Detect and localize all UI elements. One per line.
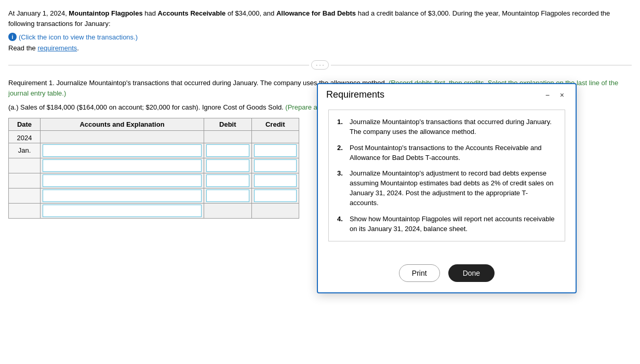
account-cell-2 [40, 158, 204, 173]
table-row-1: Jan. [9, 143, 299, 158]
account-input-3[interactable] [43, 174, 202, 187]
account-input-4[interactable] [43, 190, 202, 202]
divider-line-left [8, 65, 309, 65]
intro-bold1: Mountaintop Flagpoles [69, 9, 142, 17]
journal-table-section: Date Accounts and Explanation Debit Cred… [8, 118, 299, 219]
divider-dots: · · · [311, 60, 328, 70]
modal-titlebar: Requirements − × [318, 84, 576, 105]
credit-cell-3 [251, 173, 299, 188]
divider-line-right [331, 65, 632, 65]
table-row-year: 2024 [9, 130, 299, 143]
debit-cell-1 [204, 143, 251, 158]
req1-sub-label: (a.) Sales of $184,000 ($164,000 on acco… [8, 103, 284, 111]
table-row-5 [9, 203, 299, 218]
read-line: Read the requirements. [8, 44, 632, 52]
info-text[interactable]: (Click the icon to view the transactions… [19, 33, 138, 41]
credit-input-1[interactable] [254, 144, 297, 157]
req1-label: Requirement 1. [8, 79, 55, 87]
credit-input-2[interactable] [254, 159, 297, 172]
read-text: Read the [8, 44, 36, 52]
intro-text2: had [143, 9, 158, 17]
account-cell-1 [40, 143, 204, 158]
col-header-date: Date [9, 118, 41, 130]
requirements-modal: Requirements − × 1. Journalize Mountaint… [317, 83, 577, 293]
table-row-4 [9, 188, 299, 203]
req-text-2: Post Mountaintop's transactions to the A… [350, 143, 556, 163]
debit-cell-2 [204, 158, 251, 173]
date-cell-4 [9, 188, 41, 203]
req-num-4: 4. [337, 214, 345, 234]
debit-cell-5 [204, 203, 251, 218]
debit-cell-3 [204, 173, 251, 188]
intro-bold3: Allowance for Bad Debts [276, 9, 356, 17]
modal-close-button[interactable]: × [557, 90, 567, 100]
col-header-debit: Debit [204, 118, 251, 130]
year-cell: 2024 [9, 130, 41, 143]
account-cell-year [40, 130, 204, 143]
credit-input-4[interactable] [254, 190, 297, 202]
table-row-2 [9, 158, 299, 173]
intro-bold2: Accounts Receivable [158, 9, 226, 17]
req-num-3: 3. [337, 169, 345, 208]
modal-title: Requirements [326, 89, 384, 100]
req-text-3: Journalize Mountaintop's adjustment to r… [350, 169, 556, 208]
divider: · · · [8, 60, 632, 70]
req-item-3: 3. Journalize Mountaintop's adjustment t… [337, 169, 556, 208]
modal-minimize-button[interactable]: − [542, 90, 553, 100]
requirements-box: 1. Journalize Mountaintop's transactions… [328, 110, 565, 241]
credit-input-3[interactable] [254, 174, 297, 187]
intro-text-start: At January 1, 2024, [8, 9, 69, 17]
credit-cell-5 [251, 203, 299, 218]
credit-cell-1 [251, 143, 299, 158]
req-num-2: 2. [337, 143, 345, 163]
month-cell: Jan. [9, 143, 41, 158]
credit-cell-year [251, 130, 299, 143]
debit-input-4[interactable] [206, 190, 249, 202]
debit-input-1[interactable] [206, 144, 249, 157]
date-cell-2 [9, 158, 41, 173]
col-header-accounts: Accounts and Explanation [40, 118, 204, 130]
requirements-list: 1. Journalize Mountaintop's transactions… [337, 117, 556, 234]
account-cell-4 [40, 188, 204, 203]
info-line[interactable]: i (Click the icon to view the transactio… [8, 33, 632, 41]
account-input-1[interactable] [43, 144, 202, 157]
req-num-1: 1. [337, 117, 345, 137]
intro-paragraph: At January 1, 2024, Mountaintop Flagpole… [8, 8, 632, 29]
credit-cell-2 [251, 158, 299, 173]
debit-input-2[interactable] [206, 159, 249, 172]
account-cell-5 [40, 203, 204, 218]
req-item-1: 1. Journalize Mountaintop's transactions… [337, 117, 556, 137]
modal-footer: Print Done [318, 260, 576, 292]
modal-content: 1. Journalize Mountaintop's transactions… [318, 105, 576, 260]
account-input-5[interactable] [43, 205, 202, 217]
journal-table: Date Accounts and Explanation Debit Cred… [8, 118, 299, 219]
intro-text3: of $34,000, and [225, 9, 276, 17]
req-text-1: Journalize Mountaintop's transactions th… [350, 117, 556, 137]
debit-input-3[interactable] [206, 174, 249, 187]
requirements-link[interactable]: requirements [37, 44, 77, 52]
credit-cell-4 [251, 188, 299, 203]
req-item-2: 2. Post Mountaintop's transactions to th… [337, 143, 556, 163]
table-row-3 [9, 173, 299, 188]
info-icon: i [8, 33, 17, 41]
col-header-credit: Credit [251, 118, 299, 130]
req-text-4: Show how Mountaintop Flagpoles will repo… [350, 214, 556, 234]
date-cell-5 [9, 203, 41, 218]
account-input-2[interactable] [43, 159, 202, 172]
debit-cell-year [204, 130, 251, 143]
print-button[interactable]: Print [399, 264, 440, 282]
modal-controls: − × [542, 90, 567, 100]
req-item-4: 4. Show how Mountaintop Flagpoles will r… [337, 214, 556, 234]
account-cell-3 [40, 173, 204, 188]
done-button[interactable]: Done [448, 264, 495, 282]
date-cell-3 [9, 173, 41, 188]
debit-cell-4 [204, 188, 251, 203]
